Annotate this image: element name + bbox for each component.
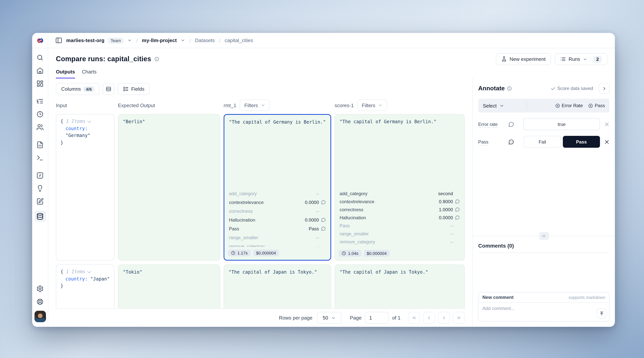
- runs-button[interactable]: Runs 2: [555, 53, 607, 65]
- chevron-down-icon[interactable]: [127, 38, 132, 43]
- tracing-icon[interactable]: [36, 97, 44, 105]
- cost-badge: $0.000004: [364, 250, 390, 257]
- column-header-run1: rmt_1: [224, 102, 236, 108]
- playground-terminal-icon[interactable]: [36, 154, 44, 161]
- selected-score-chip[interactable]: Error Rate: [555, 103, 583, 108]
- info-icon[interactable]: [154, 57, 159, 62]
- score-value: –: [450, 231, 453, 236]
- run1-output-cell[interactable]: "The capital of Japan is Tokyo.": [224, 264, 331, 309]
- info-icon[interactable]: [507, 86, 512, 91]
- run2-output-cell[interactable]: "The capital of Germany is Berlin." add_…: [335, 114, 465, 261]
- run1-filters-button[interactable]: Filters: [240, 99, 270, 111]
- desktop-background: marlies-test-org Team / my-llm-project /…: [0, 0, 644, 358]
- run1-output-cell-selected[interactable]: "The capital of Germany is Berlin." add_…: [224, 114, 331, 261]
- score-value: 0.0000: [305, 200, 319, 205]
- panel-divider: [473, 236, 615, 236]
- score-select-bar: Select Error RatePass: [478, 99, 610, 112]
- next-page-button[interactable]: [438, 312, 450, 324]
- support-lifebuoy-icon[interactable]: [36, 298, 44, 305]
- score-row-pass: Pass Fail Pass: [478, 136, 610, 148]
- page-number-input[interactable]: [365, 312, 389, 324]
- breadcrumb-org[interactable]: marlies-test-org: [66, 37, 104, 43]
- score-row: Hallucination0.0000: [340, 214, 460, 222]
- comment-bubble-icon[interactable]: [453, 199, 460, 204]
- comment-bubble-icon[interactable]: [319, 200, 326, 205]
- row-height-button[interactable]: [102, 83, 114, 95]
- breadcrumb-datasets[interactable]: Datasets: [195, 37, 215, 43]
- chevron-down-icon[interactable]: [180, 38, 185, 43]
- score-row: Pass–: [340, 222, 460, 230]
- comment-bubble-icon[interactable]: [453, 207, 460, 212]
- prev-page-button[interactable]: [423, 312, 435, 324]
- pagination-bar: Rows per page 50 Page of 1: [56, 309, 465, 327]
- score-name: contextrelevance: [229, 200, 305, 205]
- error-rate-label: Error rate: [478, 121, 508, 127]
- error-rate-input[interactable]: [524, 118, 600, 130]
- comment-bubble-icon[interactable]: [319, 226, 326, 231]
- collapse-panel-button[interactable]: [599, 83, 610, 94]
- score-row: contextrelevance0.9000: [340, 197, 460, 206]
- dashboard-icon[interactable]: [36, 80, 44, 87]
- sidebar-item-datasets[interactable]: [34, 210, 46, 222]
- json-items-toggle[interactable]: 1 Items: [66, 269, 90, 274]
- first-page-button[interactable]: [408, 312, 420, 324]
- score-row: remove_category–: [229, 242, 326, 247]
- expected-output-cell[interactable]: "Tokio": [118, 264, 220, 309]
- evaluation-percent-icon[interactable]: [36, 171, 44, 179]
- user-avatar[interactable]: [34, 311, 46, 322]
- run2-filters-button[interactable]: Filters: [357, 99, 387, 111]
- clear-error-rate-icon[interactable]: [604, 121, 610, 127]
- runs-count-badge: 2: [593, 56, 602, 62]
- selected-score-chip[interactable]: Pass: [588, 103, 605, 108]
- score-name: correctness: [340, 207, 439, 212]
- home-icon[interactable]: [36, 67, 44, 74]
- score-value: 0.0000: [439, 215, 453, 220]
- fields-button[interactable]: Fields: [117, 83, 150, 95]
- comment-bubble-dots-icon[interactable]: [508, 139, 514, 145]
- drag-handle[interactable]: [539, 232, 549, 240]
- comment-bubble-icon[interactable]: [508, 121, 514, 127]
- columns-button[interactable]: Columns 4/6: [56, 83, 99, 95]
- pass-label: Pass: [478, 139, 508, 144]
- submit-comment-button[interactable]: [596, 309, 606, 318]
- clear-pass-icon[interactable]: [604, 139, 610, 144]
- score-select-dropdown[interactable]: Select: [483, 103, 504, 108]
- score-value: Pass: [309, 226, 319, 231]
- breadcrumb-project[interactable]: my-llm-project: [142, 37, 177, 43]
- fail-option-button[interactable]: Fail: [524, 136, 561, 148]
- input-cell[interactable]: { 1 Items country: "Germany" }: [56, 114, 114, 261]
- rows-per-page-select[interactable]: 50: [317, 312, 342, 324]
- metrics-row: 1.17s $0.000004: [224, 247, 330, 260]
- tab-outputs[interactable]: Outputs: [56, 69, 75, 78]
- pass-option-button[interactable]: Pass: [563, 136, 600, 148]
- lightbulb-icon[interactable]: [36, 184, 44, 192]
- settings-gear-icon[interactable]: [36, 285, 44, 292]
- score-row: range_smaller–: [340, 230, 460, 238]
- json-items-toggle[interactable]: 1 Items: [66, 119, 90, 124]
- table-header-row: Input Expected Output rmt_1 Filters scor…: [56, 96, 465, 114]
- column-header-run2: scores-1: [335, 102, 354, 108]
- tab-charts[interactable]: Charts: [82, 69, 97, 78]
- page-title: Compare runs: capital_cities: [56, 55, 151, 63]
- search-icon[interactable]: [36, 53, 44, 61]
- new-experiment-button[interactable]: New experiment: [496, 53, 551, 65]
- score-name: remove_category: [340, 239, 450, 244]
- breadcrumb: marlies-test-org Team / my-llm-project /…: [48, 33, 615, 48]
- score-value: –: [316, 244, 319, 247]
- org-logo[interactable]: [32, 33, 48, 48]
- comment-input[interactable]: [482, 306, 605, 318]
- comment-bubble-icon[interactable]: [319, 217, 326, 222]
- expected-output-cell[interactable]: "Berlin": [118, 114, 220, 261]
- users-icon[interactable]: [36, 123, 44, 131]
- last-page-button[interactable]: [453, 312, 465, 324]
- metrics-row: 1.04s $0.000004: [335, 247, 464, 260]
- prompts-file-code-icon[interactable]: [36, 141, 44, 148]
- sessions-clock-icon[interactable]: [36, 110, 44, 118]
- comment-bubble-icon[interactable]: [453, 215, 460, 220]
- run2-output-cell[interactable]: "The capital of Japan is Tokyo.": [335, 264, 465, 309]
- annotation-pen-icon[interactable]: [36, 197, 44, 205]
- input-cell[interactable]: { 1 Items country: "Japan" }: [56, 264, 114, 309]
- score-row: correctness1.0000: [340, 206, 460, 214]
- breadcrumb-dataset-name[interactable]: capital_cities: [224, 37, 253, 43]
- panel-toggle-icon[interactable]: [54, 36, 63, 44]
